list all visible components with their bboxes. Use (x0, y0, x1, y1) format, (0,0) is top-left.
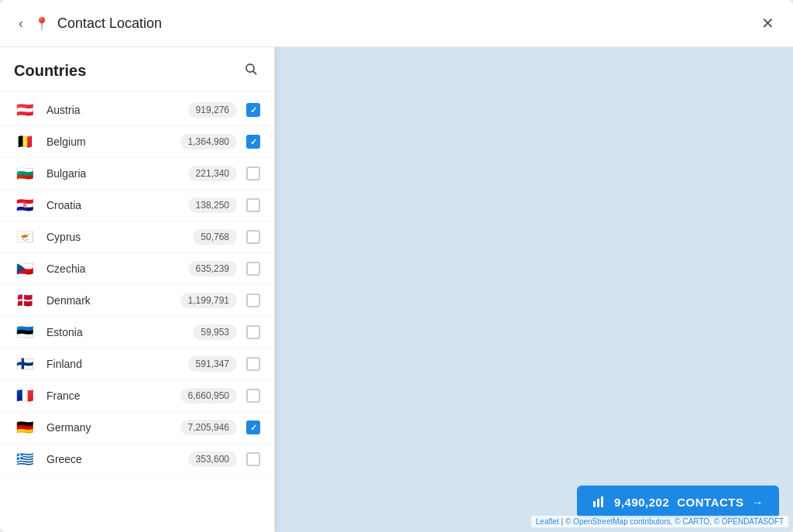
country-checkbox[interactable] (246, 325, 260, 339)
country-count: 221,340 (188, 166, 237, 181)
country-checkbox[interactable] (246, 293, 260, 307)
bottom-bar: 9,490,202 CONTACTS → (577, 486, 779, 518)
modal-body: Countries 🇦🇹Austria919,276🇧🇪Belgium1,364… (0, 47, 793, 532)
list-item[interactable]: 🇭🇷Croatia138,250 (0, 190, 274, 221)
flag-estonia: 🇪🇪 (14, 324, 36, 340)
country-count: 7,205,946 (180, 420, 237, 435)
country-name: Finland (46, 358, 188, 370)
modal-container: ‹ 📍 Contact Location ✕ Countries 🇦🇹Austr… (0, 0, 793, 532)
pin-icon: 📍 (34, 16, 50, 31)
header-title: Contact Location (57, 15, 758, 32)
search-button[interactable] (242, 60, 260, 81)
contacts-count: 9,490,202 (614, 496, 669, 509)
country-checkbox[interactable] (246, 262, 260, 276)
list-item[interactable]: 🇫🇷France6,660,950 (0, 380, 274, 412)
country-count: 59,953 (193, 324, 237, 340)
carto-link[interactable]: © CARTO (675, 517, 709, 526)
svg-rect-61 (601, 496, 603, 507)
svg-rect-62 (605, 499, 606, 500)
contacts-label: CONTACTS (677, 496, 743, 509)
country-name: Bulgaria (46, 167, 188, 180)
arrow-icon: → (752, 496, 764, 509)
country-count: 6,660,950 (180, 388, 237, 403)
country-name: Germany (46, 421, 180, 434)
country-name: Greece (46, 453, 188, 465)
list-item[interactable]: 🇪🇪Estonia59,953 (0, 317, 274, 348)
flag-austria: 🇦🇹 (14, 102, 36, 118)
flag-bulgaria: 🇧🇬 (14, 166, 36, 181)
sidebar: Countries 🇦🇹Austria919,276🇧🇪Belgium1,364… (0, 47, 275, 532)
country-name: Croatia (46, 199, 188, 211)
list-item[interactable]: 🇧🇬Bulgaria221,340 (0, 158, 274, 190)
svg-line-1 (253, 71, 256, 74)
country-checkbox[interactable] (246, 420, 260, 434)
country-count: 1,364,980 (180, 134, 237, 149)
country-name: Czechia (46, 263, 188, 275)
country-count: 50,768 (193, 229, 237, 245)
svg-rect-60 (597, 499, 599, 507)
list-item[interactable]: 🇩🇰Denmark1,199,791 (0, 285, 274, 317)
flag-cyprus: 🇨🇾 (14, 229, 36, 245)
contacts-button[interactable]: 9,490,202 CONTACTS → (577, 486, 779, 518)
country-name: Belgium (46, 136, 180, 148)
country-list: 🇦🇹Austria919,276🇧🇪Belgium1,364,980🇧🇬Bulg… (0, 91, 274, 532)
country-checkbox[interactable] (246, 230, 260, 244)
country-checkbox[interactable] (246, 357, 260, 371)
list-item[interactable]: 🇦🇹Austria919,276 (0, 94, 274, 126)
sidebar-header: Countries (0, 47, 274, 91)
flag-finland: 🇫🇮 (14, 356, 36, 372)
country-checkbox[interactable] (246, 103, 260, 117)
country-checkbox[interactable] (246, 452, 260, 466)
search-icon (245, 63, 257, 75)
country-checkbox[interactable] (246, 198, 260, 212)
list-item[interactable]: 🇫🇮Finland591,347 (0, 348, 274, 380)
flag-greece: 🇬🇷 (14, 451, 36, 467)
map-attribution: Leaflet | © OpenStreetMap contributors, … (531, 516, 788, 527)
flag-croatia: 🇭🇷 (14, 197, 36, 213)
flag-belgium: 🇧🇪 (14, 134, 36, 149)
leaflet-link[interactable]: Leaflet (536, 517, 559, 526)
country-name: Austria (46, 104, 188, 116)
map-area: GERMANY BERLIN• •Frankfurt •Munich •Hamb… (275, 47, 793, 532)
country-checkbox[interactable] (246, 166, 260, 180)
country-count: 919,276 (188, 102, 237, 118)
ods-link[interactable]: © OPENDATASOFT (714, 517, 784, 526)
sidebar-title: Countries (14, 62, 86, 80)
back-button[interactable]: ‹ (15, 12, 26, 35)
list-item[interactable]: 🇬🇷Greece353,600 (0, 444, 274, 475)
modal-header: ‹ 📍 Contact Location ✕ (0, 0, 793, 47)
country-name: Denmark (46, 294, 180, 307)
svg-rect-59 (593, 501, 596, 507)
list-item[interactable]: 🇧🇪Belgium1,364,980 (0, 126, 274, 158)
country-count: 591,347 (188, 356, 237, 372)
close-button[interactable]: ✕ (758, 11, 778, 36)
country-checkbox[interactable] (246, 135, 260, 149)
country-checkbox[interactable] (246, 389, 260, 403)
flag-czechia: 🇨🇿 (14, 261, 36, 276)
flag-france: 🇫🇷 (14, 388, 36, 403)
list-item[interactable]: 🇨🇾Cyprus50,768 (0, 221, 274, 253)
country-count: 1,199,791 (180, 293, 237, 308)
list-item[interactable]: 🇨🇿Czechia635,239 (0, 253, 274, 285)
list-item[interactable]: 🇩🇪Germany7,205,946 (0, 412, 274, 444)
chart-icon (592, 495, 606, 509)
map-background (275, 47, 793, 532)
country-name: France (46, 390, 180, 402)
country-name: Estonia (46, 326, 193, 338)
flag-germany: 🇩🇪 (14, 420, 36, 435)
country-count: 138,250 (188, 197, 237, 213)
country-count: 353,600 (188, 451, 237, 467)
country-name: Cyprus (46, 231, 193, 243)
country-count: 635,239 (188, 261, 237, 276)
osm-link[interactable]: © OpenStreetMap contributors (565, 517, 671, 526)
flag-denmark: 🇩🇰 (14, 293, 36, 308)
